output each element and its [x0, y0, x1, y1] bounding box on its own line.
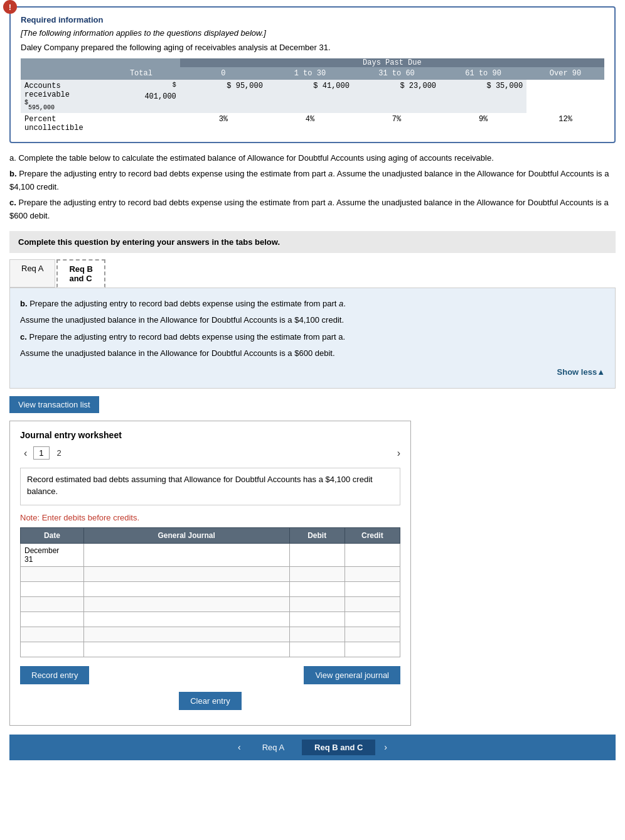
tab-c-text: Prepare the adjusting entry to record ba… — [29, 332, 345, 342]
credit-cell-6[interactable] — [345, 627, 400, 642]
gj-cell-3[interactable] — [83, 581, 289, 596]
tab-c-assume: Assume the unadjusted balance in the All… — [20, 348, 335, 358]
journal-worksheet-title: Journal entry worksheet — [20, 430, 400, 440]
gj-cell-1[interactable] — [83, 543, 289, 566]
journal-table: Date General Journal Debit Credit Decemb… — [20, 527, 400, 657]
days-past-due-header: Days Past Due — [363, 58, 422, 67]
table-row — [21, 596, 400, 611]
view-transaction-list-button[interactable]: View transaction list — [9, 396, 99, 413]
debit-cell-3[interactable] — [289, 581, 345, 596]
tab-req-b-c[interactable]: Req Band C — [56, 259, 105, 288]
page-prev-arrow[interactable]: ‹ — [20, 446, 31, 460]
bottom-nav-left-arrow[interactable]: ‹ — [232, 742, 247, 752]
date-cell-6[interactable] — [21, 627, 84, 642]
instruction-a: a. Complete the table below to calculate… — [9, 153, 494, 163]
bottom-tab-nav: ‹ Req A Req B and C › — [9, 735, 616, 760]
required-info-title: Required information — [21, 15, 604, 24]
table-row — [21, 566, 400, 581]
date-cell-3[interactable] — [21, 581, 84, 596]
debit-cell-6[interactable] — [289, 627, 345, 642]
date-cell-1[interactable]: December31 — [21, 543, 84, 566]
debit-cell-1[interactable] — [289, 543, 345, 566]
aging-table: Days Past Due Total 0 1 to 30 31 to 60 6… — [21, 58, 604, 134]
credit-cell-7[interactable] — [345, 642, 400, 657]
clear-entry-button[interactable]: Clear entry — [179, 692, 242, 710]
credit-cell-4[interactable] — [345, 596, 400, 611]
bottom-nav-req-a-button[interactable]: Req A — [250, 740, 297, 755]
credit-cell-3[interactable] — [345, 581, 400, 596]
description-text: Record estimated bad debts assuming that… — [27, 475, 373, 497]
debit-cell-2[interactable] — [289, 566, 345, 581]
credit-cell-2[interactable] — [345, 566, 400, 581]
credit-cell-1[interactable] — [345, 543, 400, 566]
required-info-subtitle: [The following information applies to th… — [21, 28, 604, 38]
tabs-container: Req A Req Band C — [9, 259, 616, 288]
clear-entry-container: Clear entry — [20, 692, 400, 710]
description-box: Record estimated bad debts assuming that… — [20, 468, 400, 505]
date-header: Date — [21, 527, 84, 543]
view-general-journal-button[interactable]: View general journal — [304, 666, 400, 684]
journal-worksheet-box: Journal entry worksheet ‹ 1 2 › Record e… — [9, 421, 411, 726]
table-row — [21, 642, 400, 657]
table-row — [21, 581, 400, 596]
table-row — [21, 611, 400, 627]
gj-cell-6[interactable] — [83, 627, 289, 642]
page-next-arrow[interactable]: › — [397, 448, 400, 459]
record-entry-button[interactable]: Record entry — [20, 666, 89, 684]
complete-question-box: Complete this question by entering your … — [9, 231, 616, 253]
note-text: Note: Enter debits before credits. — [20, 513, 400, 522]
credit-header: Credit — [345, 527, 400, 543]
debit-header: Debit — [289, 527, 345, 543]
page-navigation: ‹ 1 2 › — [20, 446, 400, 460]
credit-cell-5[interactable] — [345, 611, 400, 627]
required-info-text: Daley Company prepared the following agi… — [21, 43, 604, 52]
gj-cell-4[interactable] — [83, 596, 289, 611]
tab-b-assume: Assume the unadjusted balance in the All… — [20, 315, 344, 325]
debit-cell-4[interactable] — [289, 596, 345, 611]
date-cell-4[interactable] — [21, 596, 84, 611]
table-row: Accounts receivable $595,000 $401,000 $ … — [21, 80, 604, 113]
table-row — [21, 627, 400, 642]
instruction-c: Prepare the adjusting entry to record ba… — [9, 198, 609, 220]
debit-cell-7[interactable] — [289, 642, 345, 657]
required-info-box: ! Required information [The following in… — [9, 6, 616, 143]
debit-cell-5[interactable] — [289, 611, 345, 627]
complete-question-text: Complete this question by entering your … — [18, 237, 280, 247]
gj-cell-2[interactable] — [83, 566, 289, 581]
gj-cell-7[interactable] — [83, 642, 289, 657]
tab-b-text: Prepare the adjusting entry to record ba… — [29, 299, 346, 308]
table-row: Percentuncollectible 3% 4% 7% 9% 12% — [21, 113, 604, 134]
table-row: December31 — [21, 543, 400, 566]
instruction-b: Prepare the adjusting entry to record ba… — [9, 169, 609, 191]
date-cell-5[interactable] — [21, 611, 84, 627]
bottom-nav-right-arrow[interactable]: › — [378, 742, 393, 752]
page-next-num[interactable]: 2 — [52, 447, 67, 459]
info-icon: ! — [3, 0, 17, 14]
bottom-nav-req-b-c-button[interactable]: Req B and C — [302, 740, 375, 755]
tab-content-req-b-c: b. Prepare the adjusting entry to record… — [9, 288, 616, 388]
show-less-button[interactable]: Show less▲ — [20, 365, 605, 379]
date-cell-7[interactable] — [21, 642, 84, 657]
date-cell-2[interactable] — [21, 566, 84, 581]
gj-cell-5[interactable] — [83, 611, 289, 627]
page-current: 1 — [33, 446, 49, 460]
tab-req-a[interactable]: Req A — [9, 259, 55, 288]
instructions: a. Complete the table below to calculate… — [9, 152, 616, 222]
general-journal-header: General Journal — [83, 527, 289, 543]
bottom-buttons-row1: Record entry View general journal — [20, 666, 400, 684]
